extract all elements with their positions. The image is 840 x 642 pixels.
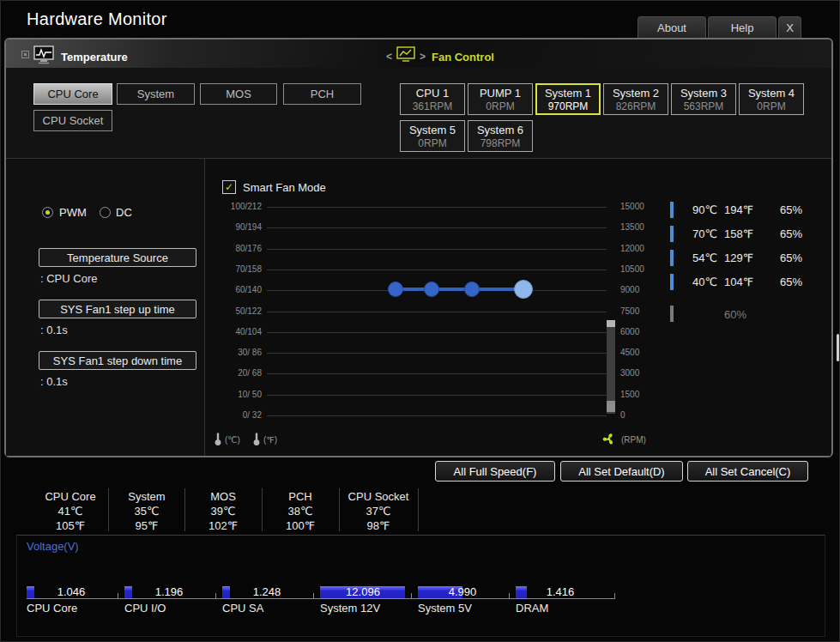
step-down-time-value: : 0.1s xyxy=(40,375,68,388)
hardware-monitor-window: Hardware Monitor About Help X Temperatur… xyxy=(0,0,840,642)
temperature-source-button[interactable]: Temperature Source xyxy=(39,248,196,267)
point-temp-f: 129℉ xyxy=(724,251,753,264)
dc-radio[interactable] xyxy=(100,207,111,218)
point-temp-c: 54℃ xyxy=(683,251,717,264)
temperature-source-value: : CPU Core xyxy=(40,272,97,285)
pwm-radio[interactable] xyxy=(42,207,53,218)
voltage-scale-tick xyxy=(411,593,412,599)
gridline xyxy=(267,415,607,416)
gridline xyxy=(267,312,607,312)
rpm-axis-tick: 4500 xyxy=(620,348,639,357)
min-speed-slider-thumb[interactable] xyxy=(607,401,615,412)
fan-button-system-6[interactable]: System 6 798RPM xyxy=(468,120,533,152)
voltage-value: 1.416 xyxy=(526,585,595,598)
min-speed-slider-track[interactable] xyxy=(607,320,615,414)
all-full-speed-button[interactable]: All Full Speed(F) xyxy=(435,461,555,482)
all-set-cancel-button[interactable]: All Set Cancel(C) xyxy=(687,461,808,482)
readout-fahrenheit: 95℉ xyxy=(107,518,186,533)
rpm-axis-tick: 3000 xyxy=(620,368,639,378)
voltage-value: 1.196 xyxy=(135,585,203,598)
fan-button-system-4[interactable]: System 4 0RPM xyxy=(739,83,804,115)
temp-axis-tick: 80/176 xyxy=(212,244,262,253)
voltage-name: DRAM xyxy=(516,602,548,615)
readout-cpu-core: CPU Core 41℃ 105℉ xyxy=(31,489,110,533)
readout-name: CPU Core xyxy=(31,489,110,504)
readout-celsius: 39℃ xyxy=(184,504,263,518)
fan-curve-point-4-selected[interactable] xyxy=(514,280,533,299)
close-button[interactable]: X xyxy=(778,16,801,38)
rpm-axis-tick: 12000 xyxy=(620,244,644,253)
temp-axis-tick: 40/104 xyxy=(212,327,262,336)
gridline xyxy=(267,373,607,374)
fan-nav-left-arrow[interactable]: < xyxy=(386,51,392,63)
fan-nav-right-arrow[interactable]: > xyxy=(420,51,426,63)
tab-system[interactable]: System xyxy=(117,83,195,105)
tab-cpu-socket[interactable]: CPU Socket xyxy=(33,110,112,131)
readout-pch: PCH 38℃ 100℉ xyxy=(261,489,340,533)
readout-mos: MOS 39℃ 102℉ xyxy=(184,489,263,533)
voltage-scale-tick xyxy=(509,593,510,599)
readout-name: System xyxy=(107,489,186,504)
step-up-time-value: : 0.1s xyxy=(40,324,68,336)
fan-button-cpu-1[interactable]: CPU 1 361RPM xyxy=(400,83,465,115)
gridline xyxy=(267,395,607,396)
rpm-axis-tick: 15000 xyxy=(620,202,644,211)
fan-name: CPU 1 xyxy=(416,87,449,100)
celsius-unit-label: (℃) xyxy=(225,435,240,445)
rpm-axis-tick: 13500 xyxy=(620,222,644,232)
tab-pch[interactable]: PCH xyxy=(283,83,361,105)
fan-curve-point-1[interactable] xyxy=(388,282,403,297)
rpm-axis-tick: 9000 xyxy=(620,285,639,294)
collapse-icon[interactable] xyxy=(21,51,29,58)
fan-button-pump-1[interactable]: PUMP 1 0RPM xyxy=(468,83,533,115)
readout-name: MOS xyxy=(184,489,263,504)
point-duty: 65% xyxy=(771,251,802,264)
step-down-time-button[interactable]: SYS Fan1 step down time xyxy=(39,351,196,370)
fan-button-system-3[interactable]: System 3 563RPM xyxy=(671,83,736,115)
fan-button-system-1[interactable]: System 1 970RPM xyxy=(535,83,601,115)
fan-curve-point-3[interactable] xyxy=(464,282,480,297)
temp-axis-tick: 20/ 68 xyxy=(212,368,262,378)
point-duty: 65% xyxy=(771,227,802,240)
voltage-scale-tick xyxy=(118,593,118,599)
panel-header xyxy=(6,39,831,68)
fan-curve-line xyxy=(396,288,524,291)
all-set-default-button[interactable]: All Set Default(D) xyxy=(560,461,683,482)
readout-separator xyxy=(418,488,419,531)
point-temp-f: 158℉ xyxy=(724,227,753,240)
voltage-name: System 5V xyxy=(418,602,472,615)
readout-cpu-socket: CPU Socket 37℃ 98℉ xyxy=(339,489,418,533)
fan-curve-point-2[interactable] xyxy=(424,282,439,297)
window-scrollbar-thumb[interactable] xyxy=(837,334,839,361)
fan-button-system-2[interactable]: System 2 826RPM xyxy=(603,83,668,115)
readout-separator xyxy=(339,488,340,531)
fan-rpm: 798RPM xyxy=(480,137,521,149)
readout-celsius: 41℃ xyxy=(31,504,110,518)
voltage-name: CPU SA xyxy=(222,602,263,615)
step-up-time-button[interactable]: SYS Fan1 step up time xyxy=(39,300,196,318)
temp-axis-tick: 70/158 xyxy=(212,264,262,274)
fan-rpm: 826RPM xyxy=(616,100,656,112)
waveform-monitor-icon xyxy=(33,45,54,68)
checkmark-icon: ✓ xyxy=(225,181,233,193)
point-row-bar xyxy=(670,202,674,218)
fan-name: System 1 xyxy=(545,87,591,100)
gridline xyxy=(267,332,607,333)
tab-cpu-core[interactable]: CPU Core xyxy=(33,83,112,105)
point-temp-f: 194℉ xyxy=(724,203,753,216)
tab-mos[interactable]: MOS xyxy=(200,83,277,105)
smart-fan-checkbox[interactable]: ✓ xyxy=(222,180,236,194)
fan-name: System 4 xyxy=(748,87,795,100)
fan-button-system-5[interactable]: System 5 0RPM xyxy=(400,120,465,152)
point-duty: 65% xyxy=(771,276,802,288)
readout-fahrenheit: 105℉ xyxy=(31,518,110,533)
voltage-section-label: Voltage(V) xyxy=(27,540,79,553)
help-button[interactable]: Help xyxy=(708,16,777,38)
about-button[interactable]: About xyxy=(638,16,706,38)
point-temp-f: 104℉ xyxy=(724,276,753,288)
voltage-value: 4.990 xyxy=(428,585,497,598)
voltage-scale-tick xyxy=(313,593,314,599)
readout-name: CPU Socket xyxy=(339,489,418,504)
voltage-bar-cpu-io xyxy=(124,586,132,598)
voltage-bar-cpu-sa xyxy=(222,586,230,598)
